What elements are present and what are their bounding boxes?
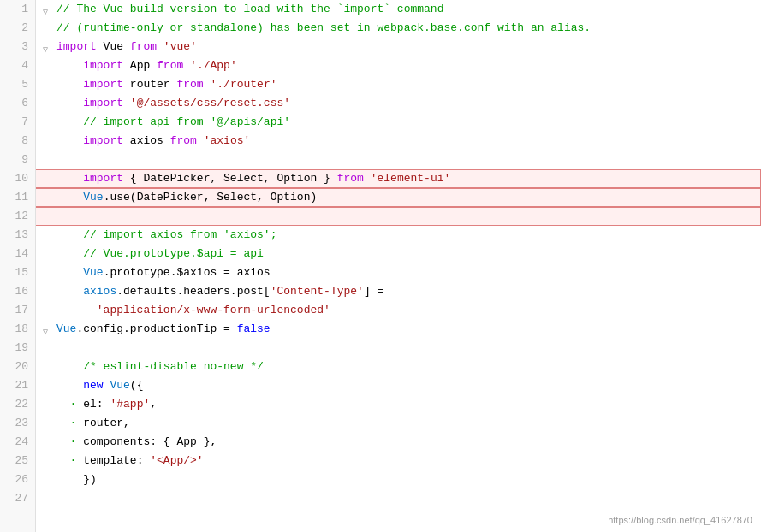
code-editor: 1234567891011121314151617181920212223242… [0, 0, 761, 532]
token-indent [56, 75, 83, 94]
line-number-11: 11 [0, 188, 35, 207]
token-comment: // Vue.prototype.$api = api [83, 245, 264, 263]
token-plain: ({ [130, 376, 144, 395]
token-comment: // The Vue build version to load with th… [56, 0, 443, 19]
token-plain: .prototype.$axios = axios [104, 263, 271, 282]
line-number-23: 23 [0, 414, 35, 433]
code-area[interactable]: ▽// The Vue build version to load with t… [36, 0, 761, 532]
line-number-10: 10 [0, 169, 35, 188]
line-number-14: 14 [0, 245, 35, 263]
token-plain: template: [83, 452, 150, 470]
token-plain: axios [123, 132, 170, 151]
line-number-26: 26 [0, 470, 35, 489]
token-string-red: 'Content-Type' [271, 282, 364, 301]
line-number-27: 27 [0, 489, 35, 508]
token-plain-blue: axios [83, 282, 116, 301]
code-line-19 [36, 339, 761, 358]
token-import: import [83, 169, 123, 188]
token-indent [56, 376, 83, 395]
token-string-red: '<App/>' [150, 452, 203, 470]
token-plain [104, 376, 110, 395]
token-plain [204, 75, 211, 94]
fold-icon-18[interactable]: ▽ [43, 323, 55, 335]
token-indent [56, 470, 83, 489]
line-number-4: 4 [0, 56, 35, 75]
token-string-red: 'element-ui' [371, 169, 451, 188]
fold-icon-3[interactable]: ▽ [43, 41, 55, 53]
token-string: './router' [210, 75, 276, 94]
token-indent2: · [56, 414, 83, 433]
code-line-10: import { DatePicker, Select, Option } fr… [36, 169, 761, 188]
code-line-15: Vue.prototype.$axios = axios [36, 263, 761, 282]
token-indent [56, 245, 83, 263]
token-plain-blue: Vue [110, 376, 129, 395]
token-indent2: · [56, 452, 83, 470]
line-number-6: 6 [0, 94, 35, 113]
line-number-5: 5 [0, 75, 35, 94]
fold-icon-1[interactable]: ▽ [43, 3, 55, 15]
token-comment: /* eslint-disable no-new */ [83, 358, 264, 376]
code-line-27 [36, 489, 761, 508]
token-string: '@/assets/css/reset.css' [130, 94, 290, 113]
line-number-12: 12 [0, 207, 35, 226]
code-line-17: 'application/x-www-form-urlencoded' [36, 301, 761, 320]
token-plain [157, 38, 163, 56]
line-number-22: 22 [0, 395, 35, 414]
line-number-2: 2 [0, 19, 35, 38]
line-number-24: 24 [0, 433, 35, 452]
token-string: './App' [190, 56, 237, 75]
code-line-16: axios.defaults.headers.post['Content-Typ… [36, 282, 761, 301]
token-indent [56, 56, 83, 75]
code-line-23: · router, [36, 414, 761, 433]
token-from: from [176, 75, 203, 94]
token-import: import [83, 94, 123, 113]
code-line-26: }) [36, 470, 761, 489]
token-plain: el: [83, 395, 110, 414]
token-from: from [130, 38, 157, 56]
line-number-18: 18 [0, 320, 35, 339]
code-line-21: new Vue({ [36, 376, 761, 395]
line-number-17: 17 [0, 301, 35, 320]
line-number-21: 21 [0, 376, 35, 395]
line-number-20: 20 [0, 358, 35, 376]
token-plain [364, 169, 371, 188]
watermark: https://blog.csdn.net/qq_41627870 [608, 515, 752, 525]
token-plain [123, 94, 130, 113]
token-comment: // import api from '@/apis/api' [83, 113, 290, 132]
token-keyword-blue: new [83, 376, 103, 395]
token-plain: App [123, 56, 157, 75]
code-line-12 [36, 207, 761, 226]
line-number-13: 13 [0, 226, 35, 245]
token-plain: { DatePicker, Select, Option } [123, 169, 337, 188]
token-plain-blue: Vue [56, 320, 76, 339]
code-line-6: import '@/assets/css/reset.css' [36, 94, 761, 113]
token-plain-blue: Vue [83, 263, 103, 282]
code-line-18: ▽Vue.config.productionTip = false [36, 320, 761, 339]
token-plain: components: { App }, [83, 433, 217, 452]
token-string: 'axios' [204, 132, 251, 151]
token-plain: .use(DatePicker, Select, Option) [104, 188, 318, 207]
code-line-9 [36, 151, 761, 169]
code-line-13: // import axios from 'axios'; [36, 226, 761, 245]
token-keyword-blue: false [237, 320, 271, 339]
token-plain: , [150, 395, 157, 414]
code-line-7: // import api from '@/apis/api' [36, 113, 761, 132]
token-plain: Vue [97, 38, 130, 56]
token-string-red: '#app' [110, 395, 150, 414]
token-string: 'vue' [163, 38, 197, 56]
token-indent [56, 94, 83, 113]
token-from: from [157, 56, 183, 75]
token-plain [183, 56, 190, 75]
line-number-16: 16 [0, 282, 35, 301]
line-number-19: 19 [0, 339, 35, 358]
token-indent [56, 226, 83, 245]
token-string-red: 'application/x-www-form-urlencoded' [97, 301, 330, 320]
code-line-4: import App from './App' [36, 56, 761, 75]
token-import: import [83, 132, 123, 151]
code-line-2: // (runtime-only or standalone) has been… [36, 19, 761, 38]
token-import: import [56, 38, 97, 56]
token-indent [56, 263, 83, 282]
code-line-11: Vue.use(DatePicker, Select, Option) [36, 188, 761, 207]
code-line-3: ▽import Vue from 'vue' [36, 38, 761, 56]
line-number-7: 7 [0, 113, 35, 132]
